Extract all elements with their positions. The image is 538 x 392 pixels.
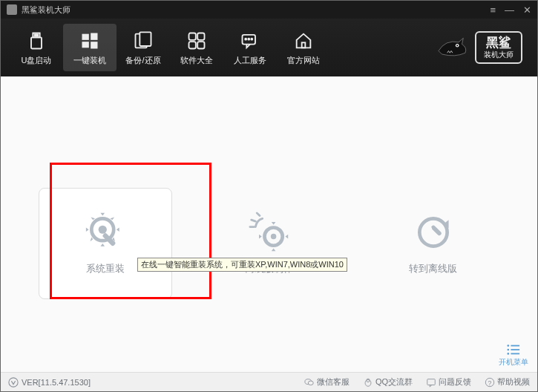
svg-point-29: [507, 344, 509, 347]
status-bar: VER[11.5.47.1530] 微信客服 QQ交流群 问题反馈 ? 帮助视频: [1, 372, 537, 391]
tooltip: 在线一键智能重装系统，可重装XP,WIN7,WIN8或WIN10: [137, 258, 347, 272]
svg-point-17: [251, 38, 252, 39]
brand-line2: 装机大师: [484, 50, 514, 59]
main-content: 系统重装 离线版制作 转到离线版 在线一键智能重装系统，可重装XP,WIN7,W…: [1, 76, 537, 372]
usb-icon: [25, 30, 47, 52]
gear-wrench-icon: [85, 212, 126, 253]
app-icon: [7, 4, 17, 15]
svg-point-31: [507, 349, 509, 351]
nav-usb-boot[interactable]: U盘启动: [10, 24, 63, 71]
apps-icon: [186, 30, 208, 52]
svg-rect-9: [140, 32, 151, 46]
help-video[interactable]: ? 帮助视频: [485, 376, 530, 388]
svg-rect-11: [197, 33, 204, 39]
svg-rect-30: [511, 345, 519, 347]
wechat-icon: [304, 377, 315, 388]
card-to-offline[interactable]: 转到离线版: [367, 188, 500, 299]
close-icon[interactable]: ✕: [523, 4, 531, 16]
backup-icon: [132, 30, 154, 52]
shark-icon: [435, 34, 469, 61]
windows-icon: [79, 30, 101, 52]
svg-rect-5: [91, 33, 97, 39]
svg-point-26: [419, 218, 447, 246]
home-icon: [292, 30, 315, 52]
svg-rect-32: [511, 349, 519, 350]
svg-point-25: [270, 234, 275, 239]
version-icon: [8, 377, 19, 388]
svg-rect-7: [91, 42, 97, 48]
svg-point-16: [248, 38, 249, 39]
svg-rect-3: [37, 34, 39, 36]
card-system-reinstall[interactable]: 系统重装: [39, 188, 172, 299]
brand-line1: 黑鲨: [486, 36, 511, 50]
svg-point-22: [98, 226, 106, 234]
svg-rect-13: [197, 42, 204, 48]
nav-label: U盘启动: [22, 55, 52, 66]
version-text: VER[11.5.47.1530]: [22, 378, 91, 387]
svg-rect-18: [302, 42, 306, 48]
svg-point-28: [427, 227, 432, 232]
svg-rect-1: [31, 37, 42, 48]
nav-label: 软件大全: [180, 55, 213, 66]
boot-menu-label: 开机菜单: [499, 357, 528, 368]
feedback[interactable]: 问题反馈: [426, 376, 471, 388]
nav-software[interactable]: 软件大全: [170, 24, 223, 71]
svg-rect-40: [427, 379, 436, 385]
qq-icon: [363, 377, 373, 388]
menu-icon[interactable]: ≡: [490, 4, 496, 16]
toolbar: U盘启动 一键装机 备份/还原 软件大全 人工服务: [1, 19, 537, 76]
nav-oneclick-install[interactable]: 一键装机: [63, 24, 117, 71]
list-icon: [505, 343, 522, 356]
card-label: 系统重装: [86, 262, 125, 275]
svg-rect-6: [82, 42, 89, 48]
brand-logo: 黑鲨 装机大师: [435, 31, 528, 64]
minimize-icon[interactable]: —: [505, 4, 514, 16]
nav-backup-restore[interactable]: 备份/还原: [117, 24, 170, 71]
svg-rect-12: [189, 42, 196, 48]
svg-point-38: [365, 379, 371, 386]
help-icon: ?: [485, 377, 495, 388]
card-label: 转到离线版: [409, 262, 457, 275]
nav-support[interactable]: 人工服务: [223, 24, 277, 71]
nav-label: 一键装机: [73, 55, 106, 66]
svg-point-15: [245, 38, 246, 39]
feedback-icon: [426, 377, 436, 388]
nav-label: 人工服务: [234, 55, 266, 66]
wechat-support[interactable]: 微信客服: [304, 376, 350, 388]
svg-rect-34: [511, 353, 519, 355]
svg-point-33: [507, 353, 509, 355]
status-label: QQ交流群: [375, 376, 413, 388]
svg-point-35: [9, 377, 18, 386]
boot-menu-button[interactable]: 开机菜单: [499, 343, 528, 368]
nav-website[interactable]: 官方网站: [277, 24, 330, 71]
svg-rect-27: [430, 224, 442, 236]
svg-point-37: [308, 381, 313, 385]
status-label: 微信客服: [317, 376, 350, 388]
chat-icon: [239, 30, 261, 52]
title-bar: 黑鲨装机大师 ≡ — ✕: [1, 1, 537, 19]
card-offline-make[interactable]: 离线版制作: [203, 188, 336, 299]
qq-group[interactable]: QQ交流群: [363, 376, 413, 388]
status-label: 问题反馈: [439, 376, 471, 388]
svg-text:?: ?: [488, 379, 492, 386]
app-title: 黑鲨装机大师: [22, 4, 70, 16]
svg-rect-2: [35, 34, 36, 36]
status-label: 帮助视频: [497, 376, 530, 388]
svg-point-39: [367, 379, 370, 382]
svg-point-20: [456, 45, 458, 46]
svg-rect-10: [189, 33, 196, 39]
refresh-wrench-icon: [413, 212, 454, 253]
nav-label: 官方网站: [287, 55, 320, 66]
svg-rect-4: [82, 33, 89, 39]
broken-gear-icon: [249, 212, 290, 253]
nav-label: 备份/还原: [125, 55, 160, 66]
